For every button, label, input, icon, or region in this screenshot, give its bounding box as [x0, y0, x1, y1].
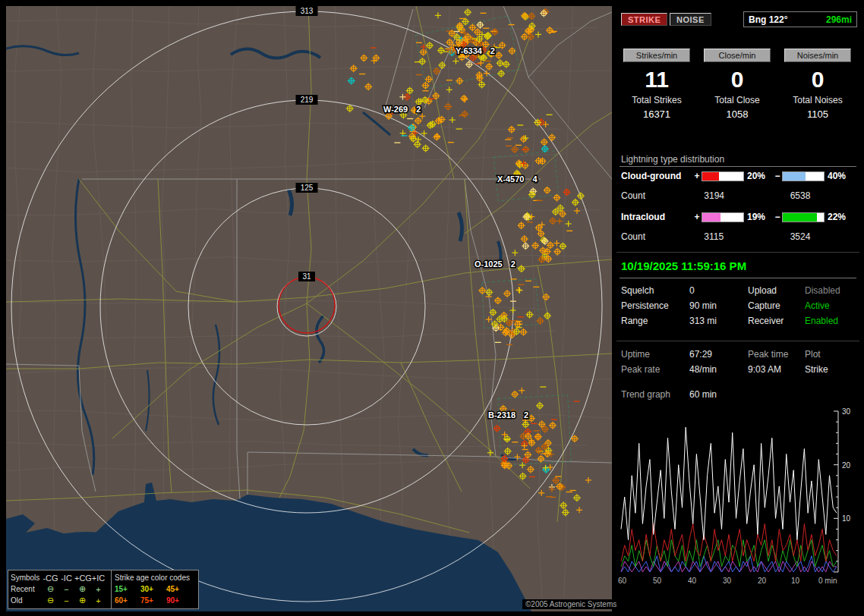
- x-tick-40: 40: [688, 577, 696, 585]
- copyright-text: ©2005 Astrogenic Systems: [522, 599, 620, 609]
- age-30: 30+: [140, 585, 166, 593]
- trend-graph-label: Trend graph: [621, 389, 670, 400]
- status-panel: STRIKE NOISE Bng 122° 296mi Strikes/min …: [616, 6, 859, 611]
- plus-sign: +: [692, 212, 702, 222]
- close-column: Close/min 0 Total Close 1058: [697, 49, 777, 120]
- x-tick-60: 60: [618, 577, 626, 585]
- recent-pos-cg-icon: ⊕: [74, 584, 90, 594]
- noise-tab[interactable]: NOISE: [670, 13, 711, 26]
- cg-plus-count: 3194: [704, 190, 787, 201]
- map-legend: Symbols -CG -IC +CG +IC Recent ⊖ − ⊕ + O…: [8, 570, 199, 609]
- map-canvas[interactable]: 31321912531Y-6334 2W-269 2X-4570 4O-1025…: [6, 6, 612, 611]
- age-15: 15+: [115, 585, 140, 593]
- minus-sign: −: [773, 212, 782, 222]
- svg-text:O-1025 2: O-1025 2: [475, 259, 516, 269]
- cloud-ground-count-row: Count 3194 6538: [621, 190, 810, 201]
- legend-col-pos-cg: +CG: [74, 574, 90, 583]
- total-strikes-label: Total Strikes: [616, 95, 697, 105]
- distribution-title: Lightning type distribution: [621, 154, 724, 165]
- bearing-readout: Bng 122° 296mi: [743, 11, 857, 27]
- intracloud-row: Intracloud + 19% − 22%: [621, 212, 856, 222]
- upload-value: Disabled: [805, 285, 840, 296]
- svg-text:Y-6334 2: Y-6334 2: [456, 46, 495, 55]
- legend-col-pos-ic: +IC: [90, 574, 106, 583]
- persistence-label: Persistence: [621, 300, 669, 311]
- legend-age-title: Strike age color codes: [115, 574, 190, 582]
- divider: [616, 341, 859, 341]
- intracloud-count-row: Count 3115 3524: [621, 231, 810, 242]
- legend-symbols-title: Symbols: [11, 574, 43, 582]
- svg-text:31: 31: [302, 272, 311, 281]
- range-value: 313 mi: [689, 316, 717, 326]
- legend-symbols-section: Symbols -CG -IC +CG +IC Recent ⊖ − ⊕ + O…: [8, 570, 112, 608]
- divider: [620, 278, 856, 278]
- svg-text:30: 30: [842, 407, 851, 416]
- close-per-min-value: 0: [697, 66, 777, 93]
- trend-chart: 302010: [616, 407, 859, 578]
- x-tick-0: 0 min: [818, 577, 837, 585]
- old-pos-ic-icon: +: [90, 596, 106, 605]
- count-label: Count: [621, 190, 702, 201]
- peak-time-label: Peak time: [748, 349, 788, 360]
- intracloud-label: Intracloud: [621, 212, 692, 222]
- uptime-label: Uptime: [621, 349, 650, 360]
- close-per-min-button[interactable]: Close/min: [704, 49, 771, 62]
- cloud-ground-label: Cloud-ground: [621, 171, 692, 181]
- strike-tab[interactable]: STRIKE: [621, 13, 667, 26]
- age-90: 90+: [166, 596, 192, 605]
- divider: [616, 252, 859, 253]
- trend-x-axis-labels: 60 50 40 30 20 10 0 min: [616, 577, 859, 587]
- peak-rate-label: Peak rate: [621, 364, 660, 375]
- plus-sign: +: [692, 171, 702, 181]
- total-noises-label: Total Noises: [777, 95, 858, 105]
- noises-per-min-value: 0: [777, 66, 858, 93]
- cloud-ground-row: Cloud-ground + 20% − 40%: [621, 171, 856, 181]
- age-45: 45+: [166, 585, 192, 593]
- recent-neg-cg-icon: ⊖: [43, 584, 58, 594]
- svg-text:B-2318 2: B-2318 2: [488, 410, 528, 420]
- noises-per-min-button[interactable]: Noises/min: [784, 49, 851, 62]
- x-tick-20: 20: [758, 577, 766, 585]
- old-neg-cg-icon: ⊖: [43, 596, 58, 605]
- svg-text:X-4570 4: X-4570 4: [497, 174, 538, 184]
- bearing-label: Bng 122°: [749, 14, 787, 25]
- divider: [620, 166, 856, 167]
- range-label: Range: [621, 316, 648, 326]
- squelch-label: Squelch: [621, 285, 654, 296]
- total-noises-value: 1105: [777, 108, 858, 120]
- cg-plus-bar: [702, 171, 744, 181]
- peak-time-value: 9:03 AM: [748, 364, 781, 375]
- rate-columns: Strikes/min 11 Total Strikes 16371 Close…: [616, 49, 859, 120]
- svg-text:20: 20: [842, 461, 851, 470]
- plot-value: Strike: [805, 364, 828, 375]
- status-grid: Squelch 0 Upload Disabled Persistence 90…: [616, 285, 859, 331]
- minus-sign: −: [773, 171, 782, 181]
- capture-value: Active: [805, 300, 830, 311]
- svg-text:313: 313: [301, 7, 314, 15]
- recent-pos-ic-icon: +: [90, 585, 106, 594]
- receiver-label: Receiver: [748, 316, 784, 326]
- ic-minus-bar: [782, 212, 825, 222]
- legend-old-label: Old: [11, 596, 43, 605]
- cg-plus-pct: 20%: [744, 171, 773, 181]
- total-strikes-value: 16371: [616, 108, 697, 120]
- receiver-value: Enabled: [805, 316, 838, 326]
- x-tick-10: 10: [791, 577, 799, 585]
- old-neg-ic-icon: −: [58, 596, 74, 605]
- trend-window-value: 60 min: [689, 389, 717, 400]
- strikes-per-min-value: 11: [616, 66, 697, 93]
- svg-text:10: 10: [842, 514, 851, 523]
- strikes-column: Strikes/min 11 Total Strikes 16371: [616, 49, 697, 120]
- ic-minus-pct: 22%: [825, 212, 853, 222]
- trend-graph-row: Trend graph 60 min: [616, 389, 859, 403]
- ic-plus-pct: 19%: [744, 212, 773, 222]
- cg-minus-pct: 40%: [825, 171, 853, 181]
- squelch-value: 0: [689, 285, 695, 296]
- strikes-per-min-button[interactable]: Strikes/min: [623, 49, 690, 62]
- age-75: 75+: [140, 596, 166, 605]
- noises-column: Noises/min 0 Total Noises 1105: [777, 49, 858, 120]
- lightning-map[interactable]: 31321912531Y-6334 2W-269 2X-4570 4O-1025…: [6, 6, 612, 611]
- x-tick-30: 30: [723, 577, 731, 585]
- ic-minus-count: 3524: [790, 231, 811, 242]
- old-pos-cg-icon: ⊕: [74, 596, 90, 605]
